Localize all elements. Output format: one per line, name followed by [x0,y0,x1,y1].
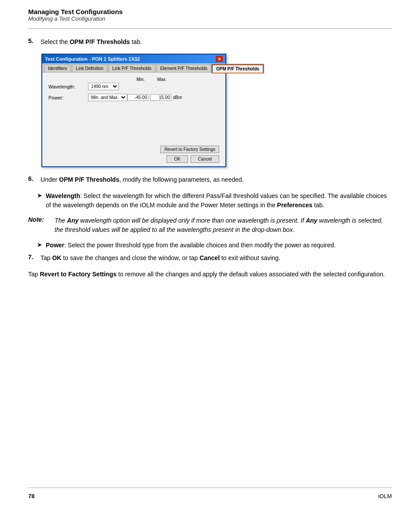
tab-identifiers[interactable]: Identifiers [44,64,71,72]
minmax-headers: Min. Max. [136,77,219,82]
min-header: Min. [136,77,145,82]
power-min-input[interactable] [127,94,148,101]
tab-opm-pf-thresholds[interactable]: OPM P/F Thresholds [212,65,263,73]
ok-cancel-row: OK Cancel [166,155,219,163]
step-5-row: 5. Select the OPM P/F Thresholds tab. [28,37,392,47]
wavelength-select[interactable]: 1490 nm [88,83,119,90]
revert-bold: Revert to Factory Settings [40,271,116,278]
dialog-title: Test Configuration - PON 1 Splitters 1X3… [45,56,140,62]
step-7-number: 7. [28,253,41,261]
power-unit: dBm [173,95,182,100]
ok-button[interactable]: OK [166,155,188,163]
win-tabs: Identifiers Link Definition Link P/F Thr… [42,63,225,73]
page-header: Managing Test Configurations Modifying a… [0,0,420,26]
max-header: Max. [157,77,167,82]
power-label: Power: [48,95,88,100]
power-bold: Power [46,242,64,249]
any2-bold: Any [306,217,317,224]
substep-power-text: Power: Select the power threshold type f… [46,241,335,250]
any1-bold: Any [67,217,78,224]
note-label: Note: [28,216,55,235]
tab-element-pf-thresholds[interactable]: Element P/F Thresholds [156,64,211,72]
arrow-power-icon: ➤ [37,241,46,248]
step-7-cancel: Cancel [199,254,220,261]
step-6-bold: OPM P/F Thresholds [59,176,119,183]
dialog-footer: Revert to Factory Settings OK Cancel [42,143,225,166]
step-6-number: 6. [28,175,41,182]
main-title: Managing Test Configurations [28,8,392,15]
revert-factory-button[interactable]: Revert to Factory Settings [160,146,219,153]
note-block: Note: The Any wavelength option will be … [28,216,392,235]
step-7-row: 7. Tap OK to save the changes and close … [28,253,392,263]
close-button[interactable]: ✕ [216,56,223,62]
wavelength-row: Wavelength: 1490 nm [48,83,219,90]
main-content: 5. Select the OPM P/F Thresholds tab. Te… [0,29,420,288]
power-type-select[interactable]: Min. and Max. [88,94,127,101]
footer-divider [28,488,392,488]
brand-name: iOLM [378,493,392,499]
page-footer: 78 iOLM [28,493,392,499]
step-7-ok: OK [52,254,61,261]
win-titlebar: Test Configuration - PON 1 Splitters 1X3… [42,55,225,63]
wavelength-label: Wavelength: [48,84,88,89]
step-7-text: Tap OK to save the changes and close the… [41,253,280,263]
preferences-bold: Preferences [277,202,312,209]
substep-wavelength-row: ➤ Wavelength: Select the wavelength for … [37,191,392,210]
wavelength-bold: Wavelength [46,192,80,199]
step-5-bold: OPM P/F Thresholds [70,38,130,45]
dialog-body: Min. Max. Wavelength: 1490 nm Power: Min… [42,73,225,143]
dialog-wrapper: Test Configuration - PON 1 Splitters 1X3… [41,54,392,167]
note-text: The Any wavelength option will be displa… [55,216,392,235]
revert-paragraph: Tap Revert to Factory Settings to remove… [28,270,392,279]
tab-link-definition[interactable]: Link Definition [72,64,107,72]
power-row: Power: Min. and Max. dBm [48,94,219,101]
cancel-button[interactable]: Cancel [191,155,219,163]
power-max-input[interactable] [150,94,171,101]
win-dialog: Test Configuration - PON 1 Splitters 1X3… [41,54,226,167]
arrow-wavelength-icon: ➤ [37,192,46,199]
step-6-text: Under OPM P/F Thresholds, modify the fol… [41,175,243,184]
substep-wavelength-text: Wavelength: Select the wavelength for wh… [46,191,392,210]
step-6-row: 6. Under OPM P/F Thresholds, modify the … [28,175,392,184]
tab-link-pf-thresholds[interactable]: Link P/F Thresholds [108,64,155,72]
sub-title: Modifying a Test Configuration [28,15,392,22]
step-5-number: 5. [28,37,41,44]
step-5-text: Select the OPM P/F Thresholds tab. [41,37,142,47]
substep-power-row: ➤ Power: Select the power threshold type… [37,241,392,250]
page-number: 78 [28,493,34,499]
